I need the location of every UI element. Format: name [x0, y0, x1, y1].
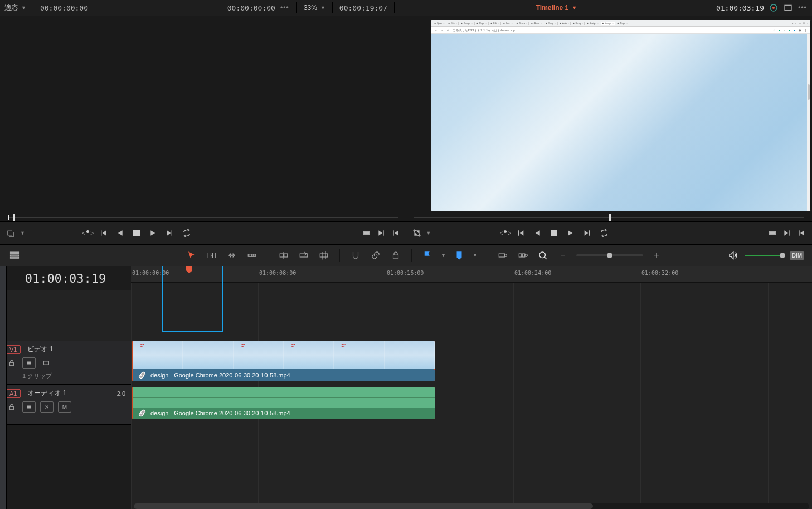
play-button[interactable]	[148, 228, 158, 238]
next-edit-button[interactable]	[782, 228, 792, 238]
svg-rect-8	[11, 255, 19, 256]
go-end-button[interactable]	[582, 228, 592, 238]
timeline-view-options-icon[interactable]	[8, 249, 21, 262]
svg-rect-19	[522, 254, 525, 257]
video-track-tag[interactable]: V1	[6, 345, 21, 354]
timeline-name-dropdown[interactable]: Timeline 1 ▼	[536, 4, 577, 12]
loop-button[interactable]	[599, 228, 609, 238]
go-start-button[interactable]	[98, 228, 108, 238]
zoom-custom-icon[interactable]	[536, 249, 550, 262]
chevron-down-icon[interactable]: ▼	[20, 230, 25, 236]
timeline-scrubber[interactable]	[406, 212, 813, 221]
mute-button[interactable]: M	[58, 401, 71, 413]
zoom-value: 33%	[304, 4, 317, 12]
source-fit-dropdown[interactable]: 適応 ▼	[4, 3, 26, 13]
single-viewer-icon[interactable]	[783, 3, 793, 13]
chevron-down-icon[interactable]: ▼	[441, 253, 446, 258]
timeline-toolbar: ▼ ▼ − + DIM	[0, 245, 812, 266]
play-button[interactable]	[566, 228, 576, 238]
zoom-dropdown[interactable]: 33% ▼	[304, 4, 325, 12]
bypass-grades-icon[interactable]	[769, 3, 779, 13]
svg-rect-11	[280, 254, 283, 257]
match-frame-icon[interactable]	[6, 228, 16, 238]
more-options-icon[interactable]: •••	[798, 3, 808, 13]
chevron-down-icon[interactable]: ▼	[473, 253, 478, 258]
stop-button[interactable]	[549, 228, 559, 238]
replace-clip-icon[interactable]	[317, 249, 330, 262]
fit-label: 適応	[4, 3, 18, 13]
flag-icon[interactable]	[421, 249, 434, 262]
lock-icon[interactable]	[389, 249, 402, 262]
marker-icon[interactable]	[453, 249, 466, 262]
snap-icon[interactable]	[349, 249, 362, 262]
go-end-button[interactable]	[165, 228, 175, 238]
zoom-full-icon[interactable]	[496, 249, 509, 262]
timeline-canvas[interactable]: ■Span× ■Site× ■Design× ■Page× ■Edit× ■It…	[406, 16, 813, 212]
audio-clip[interactable]: design - Google Chrome 2020-06-30 20-10-…	[132, 387, 435, 419]
loop-button[interactable]	[182, 228, 192, 238]
timeline-big-timecode: 01:00:03:19	[0, 266, 131, 290]
zoom-out-button[interactable]: −	[556, 249, 570, 262]
clip-name: design - Google Chrome 2020-06-30 20-10-…	[150, 372, 290, 379]
topbar: 適応 ▼ 00:00:00:00 00:00:00:00 ••• 33% ▼ 0…	[0, 0, 812, 16]
video-clip-count: 1 クリップ	[22, 372, 125, 380]
track-lock-icon[interactable]	[6, 402, 18, 412]
video-track-header[interactable]: V1 ビデオ 1 1 クリップ	[0, 341, 131, 385]
track-auto-select-icon[interactable]	[22, 401, 36, 413]
chevron-down-icon: ▼	[572, 5, 577, 11]
prev-next-clip[interactable]: <>	[500, 230, 512, 236]
more-options-icon[interactable]: •••	[280, 3, 290, 13]
timeline-horizontal-scrollbar[interactable]	[134, 503, 809, 509]
clip-name: design - Google Chrome 2020-06-30 20-10-…	[150, 410, 290, 416]
svg-rect-23	[27, 362, 31, 365]
video-clip[interactable]: ▪▪▪▪▪▪▪▪▪ ▪▪▪▪▪▪▪▪▪ ▪▪▪▪▪▪▪▪▪ ▪▪▪▪▪▪▪▪▪ …	[132, 341, 435, 381]
stop-button[interactable]	[132, 228, 142, 238]
track-auto-select-icon[interactable]	[22, 357, 36, 369]
zoom-in-button[interactable]: +	[650, 249, 663, 262]
source-canvas[interactable]	[0, 16, 406, 212]
timeline-ruler[interactable]: 01:00:00:00 01:00:08:00 01:00:16:00 01:0…	[131, 266, 812, 283]
insert-clip-icon[interactable]	[277, 249, 290, 262]
go-start-button[interactable]	[516, 228, 526, 238]
trim-edit-tool-icon[interactable]	[205, 249, 218, 262]
preview-browser-body	[431, 34, 811, 211]
play-reverse-button[interactable]	[115, 228, 125, 238]
video-track: ▪▪▪▪▪▪▪▪▪ ▪▪▪▪▪▪▪▪▪ ▪▪▪▪▪▪▪▪▪ ▪▪▪▪▪▪▪▪▪ …	[131, 340, 812, 382]
source-timecode-left: 00:00:00:00	[40, 4, 88, 12]
crop-icon[interactable]	[412, 228, 422, 238]
blade-tool-icon[interactable]	[245, 249, 259, 262]
play-reverse-button[interactable]	[532, 228, 542, 238]
link-icon[interactable]	[369, 249, 382, 262]
source-transport: ▼ <>	[0, 222, 406, 244]
svg-rect-3	[8, 231, 12, 235]
track-headers: 01:00:03:19 V1 ビデオ 1 1 クリップ A1 オーディオ 1 2…	[0, 266, 131, 509]
mark-in-out-icon[interactable]	[767, 228, 777, 238]
svg-rect-16	[499, 254, 505, 257]
volume-slider[interactable]	[745, 255, 784, 256]
audio-track-header[interactable]: A1 オーディオ 1 2.0 S M	[0, 385, 131, 425]
dim-button[interactable]: DIM	[790, 251, 804, 260]
link-icon	[137, 370, 147, 380]
zoom-slider[interactable]	[576, 254, 643, 256]
prev-edit-button[interactable]	[796, 228, 806, 238]
overwrite-clip-icon[interactable]	[297, 249, 310, 262]
chevron-down-icon: ▼	[320, 5, 325, 11]
next-edit-button[interactable]	[376, 228, 386, 238]
source-scrubber[interactable]	[0, 212, 406, 221]
dynamic-trim-tool-icon[interactable]	[225, 249, 239, 262]
svg-rect-15	[393, 255, 398, 259]
mark-in-out-icon[interactable]	[362, 228, 372, 238]
audio-track-tag[interactable]: A1	[6, 389, 21, 398]
selection-tool-icon[interactable]	[185, 249, 198, 262]
svg-rect-2	[785, 5, 791, 10]
prev-next-clip[interactable]: <>	[82, 230, 94, 236]
ruler-label: 01:00:32:00	[641, 270, 678, 276]
zoom-detail-icon[interactable]	[516, 249, 529, 262]
prev-edit-button[interactable]	[391, 228, 401, 238]
track-visibility-icon[interactable]	[40, 358, 52, 368]
timeline-tracks[interactable]: 01:00:00:00 01:00:08:00 01:00:16:00 01:0…	[131, 266, 812, 509]
solo-button[interactable]: S	[40, 401, 54, 413]
volume-icon[interactable]	[726, 249, 740, 262]
chevron-down-icon[interactable]: ▼	[426, 230, 431, 236]
track-lock-icon[interactable]	[6, 358, 18, 368]
